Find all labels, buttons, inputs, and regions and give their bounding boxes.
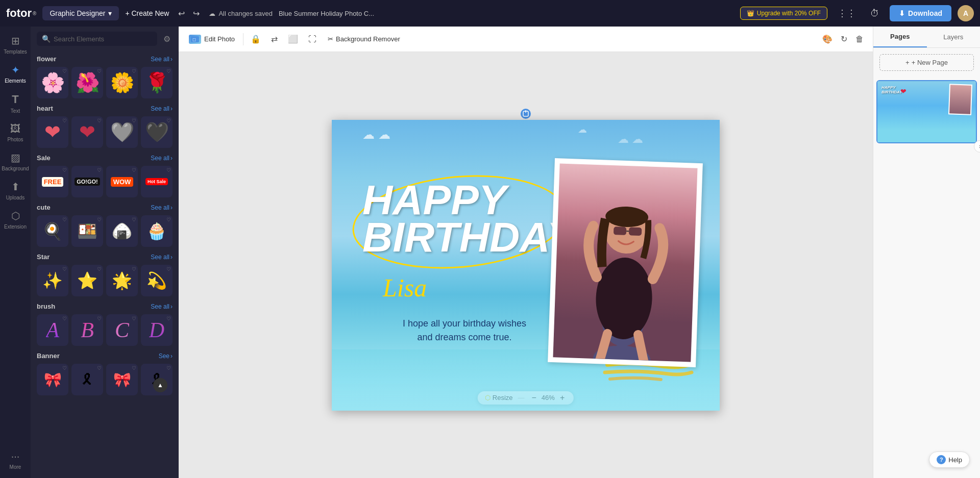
list-item[interactable]: 🍱 ♡ — [71, 215, 103, 247]
search-input[interactable] — [54, 35, 152, 43]
create-new-button[interactable]: + Create New — [125, 9, 169, 17]
lock-button[interactable]: 🔒 — [248, 32, 264, 46]
list-item[interactable]: ⭐ ♡ — [71, 265, 103, 296]
favorite-icon: ♡ — [166, 316, 171, 321]
background-icon: ▨ — [11, 152, 20, 164]
list-item[interactable]: 🎗 ♡ — [71, 364, 103, 395]
list-item[interactable]: A ♡ — [37, 314, 68, 346]
category-header-sale: Sale See all › — [37, 154, 173, 162]
list-item[interactable]: ❤ ♡ — [37, 116, 68, 148]
sidebar-item-background[interactable]: ▨ Background — [1, 147, 30, 175]
history-button[interactable]: ⏱ — [866, 6, 884, 21]
list-item[interactable]: FREE ♡ — [37, 166, 68, 197]
crop-button[interactable]: ⬜ — [285, 32, 301, 46]
photo-inner: 👤 — [553, 163, 697, 362]
photo-frame: 👤 — [548, 158, 703, 367]
favorite-icon: ♡ — [97, 266, 102, 272]
list-item[interactable]: D ♡ — [141, 314, 173, 346]
scroll-up-button[interactable]: ▲ — [153, 378, 167, 392]
category-header-cute: cute See all › — [37, 204, 173, 211]
see-all-sale-button[interactable]: See all › — [151, 155, 173, 162]
see-all-heart-button[interactable]: See all › — [151, 105, 173, 112]
help-button[interactable]: ? Help — [929, 451, 970, 468]
sidebar-item-more[interactable]: ··· More — [1, 446, 30, 474]
favorite-icon: ♡ — [166, 217, 171, 222]
list-item[interactable]: 🎀 ♡ — [106, 364, 138, 395]
sidebar-item-templates[interactable]: ⊞ Templates — [1, 31, 30, 59]
see-all-brush-button[interactable]: See all › — [151, 303, 173, 310]
see-all-banner-button[interactable]: See › — [159, 353, 173, 360]
category-header-heart: heart See all › — [37, 105, 173, 112]
color-palette-button[interactable]: 🎨 — [819, 32, 836, 46]
tab-pages[interactable]: Pages — [873, 27, 927, 47]
list-item[interactable]: 🎀 ♡ — [37, 364, 68, 395]
tab-layers[interactable]: Layers — [927, 27, 981, 47]
favorite-icon: ♡ — [97, 217, 102, 222]
sidebar-item-uploads[interactable]: ⬆ Uploads — [1, 177, 30, 205]
right-panel: Pages Layers + + New Page HAPPYBIRTHDAY … — [873, 27, 980, 478]
page-thumbnail[interactable]: HAPPYBIRTHDAY ❤ — [876, 80, 977, 143]
share-button[interactable]: ⋮⋮ — [834, 6, 860, 21]
list-item[interactable]: 🌺 ♡ — [71, 67, 103, 98]
sidebar-item-label: Templates — [4, 49, 27, 55]
see-all-star-button[interactable]: See all › — [151, 254, 173, 261]
list-item[interactable]: 🌹 ♡ — [141, 67, 173, 98]
download-button[interactable]: ⬇ Download — [890, 5, 951, 21]
flower-grid: 🌸 ♡ 🌺 ♡ 🌼 ♡ 🌹 ♡ — [37, 67, 173, 98]
favorite-icon: ♡ — [97, 167, 102, 173]
list-item[interactable]: 🌸 ♡ — [37, 67, 68, 98]
list-item[interactable]: C ♡ — [106, 314, 138, 346]
list-item[interactable]: ❤ ♡ — [71, 116, 103, 148]
list-item[interactable]: 💫 ♡ — [141, 265, 173, 296]
list-item[interactable]: 🍳 ♡ — [37, 215, 68, 247]
upgrade-button[interactable]: 👑 Upgrade with 20% OFF — [740, 7, 827, 20]
banner-grid: 🎀 ♡ 🎗 ♡ 🎀 ♡ 🎗 ♡ ▲ — [37, 364, 173, 395]
filter-button[interactable]: ⚙ — [161, 32, 173, 46]
list-item[interactable]: ✨ ♡ — [37, 265, 68, 296]
see-all-cute-button[interactable]: See all › — [151, 204, 173, 211]
list-item[interactable]: 🍙 ♡ — [106, 215, 138, 247]
redo-button[interactable]: ↪ — [190, 7, 203, 20]
list-item[interactable]: 🌼 ♡ — [106, 67, 138, 98]
list-item[interactable]: B ♡ — [71, 314, 103, 346]
list-item[interactable]: Hot Sale ♡ — [141, 166, 173, 197]
sidebar-item-label: More — [10, 464, 21, 470]
delete-button[interactable]: 🗑 — [852, 33, 867, 46]
favorite-icon: ♡ — [62, 68, 67, 74]
transform-button[interactable]: ⛶ — [305, 33, 320, 46]
category-star: Star See all › ✨ ♡ ⭐ ♡ 🌟 ♡ — [31, 249, 179, 298]
list-item[interactable]: 🧁 ♡ — [141, 215, 173, 247]
top-bar: fotor® Graphic Designer ▾ + Create New ↩… — [0, 0, 980, 27]
canvas-area[interactable]: ☁ ☁ ☁ ☁ ☁ HAPPY BIRTHDAY Lisa I hope all… — [179, 52, 873, 478]
undo-button[interactable]: ↩ — [175, 7, 188, 20]
sidebar-item-text[interactable]: T Text — [1, 89, 30, 118]
favorite-icon: ♡ — [166, 68, 171, 74]
list-item[interactable]: 🖤 ♡ — [141, 116, 173, 148]
list-item[interactable]: 🩶 ♡ — [106, 116, 138, 148]
refresh-button[interactable]: ↻ — [838, 32, 850, 46]
category-title-heart: heart — [37, 105, 53, 112]
sidebar-item-elements[interactable]: ✦ Elements — [1, 60, 30, 88]
text-icon: T — [12, 93, 18, 106]
avatar[interactable]: A — [958, 5, 974, 21]
list-item[interactable]: 🌟 ♡ — [106, 265, 138, 296]
background-remover-button[interactable]: ✂ Background Remover — [324, 33, 404, 45]
see-all-flower-button[interactable]: See all › — [151, 56, 173, 63]
favorite-icon: ♡ — [132, 118, 136, 123]
sidebar-item-photos[interactable]: 🖼 Photos — [1, 119, 30, 146]
flip-button[interactable]: ⇄ — [268, 32, 281, 46]
birthday-word: BIRTHDAY — [362, 218, 575, 256]
edit-photo-button[interactable]: ⬚ Edit Photo — [185, 33, 239, 46]
collapse-panel-button[interactable]: › — [974, 140, 980, 153]
favorite-icon: ♡ — [62, 167, 67, 173]
list-item[interactable]: GO!GO! ♡ — [71, 166, 103, 197]
list-item[interactable]: WOW ♡ — [106, 166, 138, 197]
scissors-icon: ✂ — [328, 35, 333, 43]
favorite-icon: ♡ — [62, 365, 67, 371]
list-item[interactable]: 🎗 ♡ ▲ — [141, 364, 173, 395]
new-page-button[interactable]: + + New Page — [879, 54, 974, 71]
sidebar-item-extension[interactable]: ⬡ Extension — [1, 206, 30, 234]
cute-grid: 🍳 ♡ 🍱 ♡ 🍙 ♡ 🧁 ♡ — [37, 215, 173, 247]
graphic-designer-button[interactable]: Graphic Designer ▾ — [42, 6, 119, 20]
favorite-icon: ♡ — [132, 266, 136, 272]
